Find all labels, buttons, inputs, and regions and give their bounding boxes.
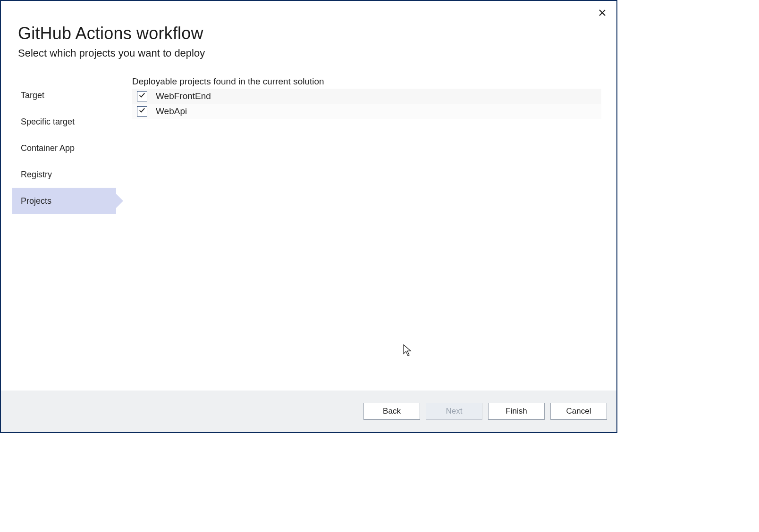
projects-section-label: Deployable projects found in the current… [132,76,601,87]
check-icon [139,107,145,116]
sidebar-item-label: Container App [21,143,75,153]
finish-button[interactable]: Finish [488,403,545,420]
project-name: WebFrontEnd [156,91,211,101]
sidebar-item-specific-target[interactable]: Specific target [12,108,116,135]
dialog-footer: Back Next Finish Cancel [1,391,616,432]
project-row[interactable]: WebFrontEnd [132,89,601,104]
sidebar-item-registry[interactable]: Registry [12,161,116,188]
next-button: Next [426,403,482,420]
project-row[interactable]: WebApi [132,104,601,119]
dialog-body: Target Specific target Container App Reg… [1,64,616,391]
sidebar-item-label: Target [21,91,44,100]
project-checkbox[interactable] [137,106,147,116]
close-button[interactable] [595,6,610,21]
sidebar-item-label: Projects [21,196,51,206]
sidebar-item-container-app[interactable]: Container App [12,135,116,161]
dialog-title: GitHub Actions workflow [18,24,599,43]
dialog-header: GitHub Actions workflow Select which pro… [1,1,616,64]
project-name: WebApi [156,106,187,116]
wizard-main: Deployable projects found in the current… [116,75,605,391]
dialog-subtitle: Select which projects you want to deploy [18,47,599,59]
cancel-button[interactable]: Cancel [550,403,607,420]
sidebar-item-target[interactable]: Target [12,82,116,108]
sidebar-item-projects[interactable]: Projects [12,188,116,214]
dialog-window: GitHub Actions workflow Select which pro… [0,0,617,433]
check-icon [139,92,145,100]
back-button[interactable]: Back [363,403,420,420]
wizard-sidebar: Target Specific target Container App Reg… [12,75,116,391]
project-list: WebFrontEnd WebApi [132,89,601,119]
sidebar-item-label: Specific target [21,117,75,127]
close-icon [599,9,606,18]
project-checkbox[interactable] [137,91,147,101]
sidebar-item-label: Registry [21,170,52,180]
